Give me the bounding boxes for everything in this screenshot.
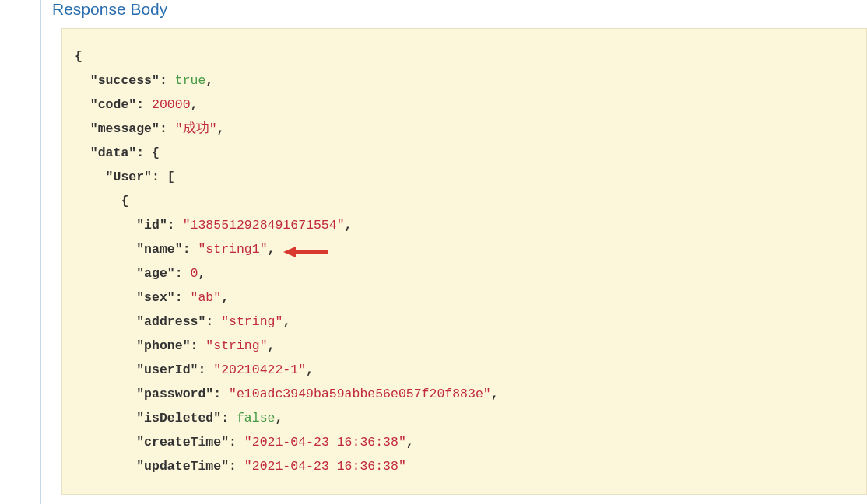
annotation-arrow-icon: [283, 243, 330, 261]
json-value-isDeleted: false: [237, 411, 276, 425]
json-value-createTime: "2021-04-23 16:36:38": [244, 435, 406, 450]
json-key-success: "success": [90, 73, 160, 88]
svg-marker-1: [283, 247, 296, 257]
section-title: Response Body: [41, 0, 867, 28]
json-value-address: "string": [221, 314, 283, 329]
json-value-message: "成功": [175, 121, 217, 136]
json-key-address: "address": [136, 314, 205, 329]
json-key-id: "id": [136, 218, 167, 233]
json-key-password: "password": [136, 387, 213, 401]
json-value-sex: "ab": [191, 290, 222, 305]
json-key-data: "data": [90, 145, 136, 160]
json-key-createTime: "createTime": [136, 435, 229, 450]
json-key-isDeleted: "isDeleted": [136, 411, 221, 425]
json-value-code: 20000: [152, 97, 191, 112]
json-value-id: "1385512928491671554": [183, 218, 345, 233]
json-value-name: "string1": [198, 242, 267, 257]
json-key-updateTime: "updateTime": [136, 459, 229, 474]
json-value-updateTime: "2021-04-23 16:36:38": [244, 459, 406, 474]
response-body-code: { "success": true, "code": 20000, "messa…: [61, 28, 867, 495]
json-key-userId: "userId": [136, 362, 198, 377]
json-value-success: true: [175, 73, 206, 88]
json-key-message: "message": [90, 121, 160, 136]
json-key-name: "name": [136, 242, 182, 257]
json-value-userId: "20210422-1": [213, 362, 306, 377]
json-key-code: "code": [90, 97, 136, 112]
json-key-sex: "sex": [136, 290, 175, 305]
json-key-age: "age": [136, 266, 175, 281]
json-value-age: 0: [191, 266, 198, 281]
json-key-user: "User": [106, 170, 152, 184]
json-value-password: "e10adc3949ba59abbe56e057f20f883e": [229, 387, 491, 401]
json-key-phone: "phone": [136, 338, 190, 353]
response-body-section: Response Body { "success": true, "code":…: [40, 0, 867, 504]
json-value-phone: "string": [205, 338, 267, 353]
